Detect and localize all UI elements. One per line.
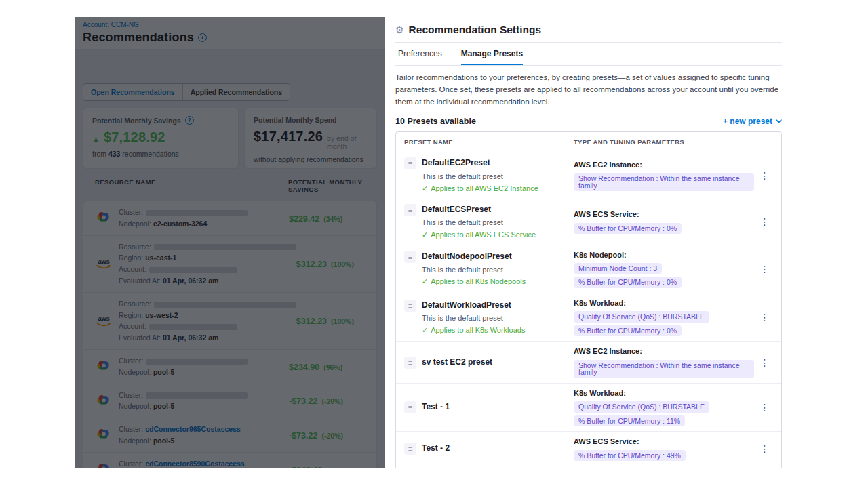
preset-name: Test - 1 [422,401,450,413]
chevron-down-icon [776,119,782,123]
drag-handle-icon[interactable]: ≡ [404,401,416,413]
tuning-parameter-pill: Show Recommendation : Within the same in… [574,173,754,191]
tuning-parameter-line: Show Recommendation : Within the same in… [574,170,754,191]
preset-name: DefaultWorkloadPreset [422,300,525,311]
drag-handle-icon[interactable]: ≡ [404,157,416,169]
tuning-parameter-pill: % Buffer for CPU/Memory : 0% [574,325,682,337]
preset-row: ≡Test - 3AWS ECS Service:% Buffer for CP… [396,466,781,468]
check-icon: ✓ [422,325,428,336]
preset-description: This is the default preset [422,313,525,323]
check-icon: ✓ [422,230,428,240]
more-options-button[interactable]: ⋮ [754,402,776,413]
preset-type: AWS ECS Service: [574,436,754,447]
check-icon: ✓ [422,184,428,194]
tuning-parameter-line: % Buffer for CPU/Memory : 0% [574,274,754,288]
tuning-parameter-pill: Show Recommendation : Within the same in… [574,360,754,378]
drag-handle-icon[interactable]: ≡ [404,443,416,455]
preset-type: AWS EC2 Instance: [574,160,754,170]
preset-name-cell: ≡DefaultNodepoolPresetThis is the defaul… [404,251,574,287]
preset-name-stack: Test - 1 [422,401,450,413]
preset-applies-text: Applies to all AWS ECS Service [431,230,536,240]
preset-type: AWS ECS Service: [574,209,754,220]
presets-count: 10 Presets available [395,117,476,126]
preset-params-cell: K8s Workload:Quality Of Service (QoS) : … [574,388,754,426]
preset-name: DefaultNodepoolPreset [422,251,526,262]
recommendations-page: Account: CCM-NG Recommendations i Open R… [75,17,385,468]
presets-table-header: PRESET NAME TYPE AND TUNING PARAMETERS [396,132,781,152]
preset-name-cell: ≡sv test EC2 preset [404,357,574,369]
tuning-parameter-line: Show Recommendation : Within the same in… [574,357,754,378]
preset-name-cell: ≡DefaultECSPresetThis is the default pre… [404,204,574,240]
preset-params-cell: AWS ECS Service:% Buffer for CPU/Memory … [574,209,754,234]
preset-description: This is the default preset [422,171,538,182]
preset-applies-text: Applies to all K8s Nodepools [431,277,526,287]
column-type-tuning: TYPE AND TUNING PARAMETERS [574,138,754,146]
new-preset-button[interactable]: + new preset [723,117,782,126]
drag-handle-icon[interactable]: ≡ [404,251,416,263]
settings-description: Tailor recommendations to your preferenc… [395,72,782,108]
recommendation-settings-panel: ⚙ Recommendation Settings Preferences Ma… [395,17,782,468]
preset-params-cell: K8s Nodepool:Minimum Node Count : 3% Buf… [574,250,754,288]
settings-title: Recommendation Settings [409,24,542,36]
preset-applies-to: ✓Applies to all K8s Nodepools [422,277,526,287]
preset-name-stack: Test - 2 [422,443,450,454]
drag-handle-icon[interactable]: ≡ [404,357,416,369]
preset-row: ≡DefaultWorkloadPresetThis is the defaul… [396,293,781,341]
preset-name-cell: ≡Test - 2 [404,443,574,455]
tab-preferences[interactable]: Preferences [398,49,442,65]
preset-name-stack: DefaultEC2PresetThis is the default pres… [422,157,538,193]
preset-description: This is the default preset [422,265,526,275]
new-preset-label: + new preset [723,117,772,126]
preset-row: ≡DefaultNodepoolPresetThis is the defaul… [396,245,781,293]
tuning-parameter-line: Quality Of Service (QoS) : BURSTABLE [574,308,754,323]
preset-type: AWS EC2 Instance: [574,346,754,357]
preset-type: K8s Workload: [574,298,754,308]
tuning-parameter-line: % Buffer for CPU/Memory : 0% [574,220,754,235]
more-options-button[interactable]: ⋮ [754,357,776,368]
more-options-button[interactable]: ⋮ [754,312,776,323]
preset-name-cell: ≡DefaultWorkloadPresetThis is the defaul… [404,300,574,336]
preset-row: ≡Test - 1K8s Workload:Quality Of Service… [396,383,781,431]
preset-type: K8s Workload: [574,388,754,399]
preset-params-cell: K8s Workload:Quality Of Service (QoS) : … [574,298,754,336]
more-options-button[interactable]: ⋮ [754,264,776,274]
preset-name-stack: DefaultECSPresetThis is the default pres… [422,204,536,240]
preset-params-cell: AWS EC2 Instance:Show Recommendation : W… [574,160,754,191]
preset-params-cell: AWS EC2 Instance:Show Recommendation : W… [574,346,754,378]
preset-name: Test - 2 [422,443,450,454]
check-icon: ✓ [422,277,428,287]
preset-name: DefaultEC2Preset [422,157,538,169]
more-options-button[interactable]: ⋮ [754,216,776,227]
preset-description: This is the default preset [422,218,536,228]
settings-tabs: Preferences Manage Presets [395,43,782,66]
preset-row: ≡DefaultEC2PresetThis is the default pre… [396,152,781,198]
screenshot-canvas: Account: CCM-NG Recommendations i Open R… [0,0,868,488]
preset-name: DefaultECSPreset [422,204,536,216]
tab-manage-presets[interactable]: Manage Presets [461,49,523,65]
tuning-parameter-pill: % Buffer for CPU/Memory : 0% [574,223,682,235]
drag-handle-icon[interactable]: ≡ [404,204,416,216]
modal-backdrop[interactable] [75,17,385,468]
preset-name-cell: ≡DefaultEC2PresetThis is the default pre… [404,157,574,193]
preset-name-stack: sv test EC2 preset [422,357,492,368]
tuning-parameter-pill: Minimum Node Count : 3 [574,263,662,274]
preset-name-stack: DefaultNodepoolPresetThis is the default… [422,251,526,287]
tuning-parameter-pill: % Buffer for CPU/Memory : 0% [574,277,682,288]
preset-applies-text: Applies to all AWS EC2 Instance [431,184,538,194]
tuning-parameter-line: Quality Of Service (QoS) : BURSTABLE [574,399,754,413]
presets-table-body: ≡DefaultEC2PresetThis is the default pre… [396,152,781,468]
preset-applies-to: ✓Applies to all K8s Workloads [422,325,525,336]
tuning-parameter-line: % Buffer for CPU/Memory : 0% [574,323,754,337]
tuning-parameter-pill: % Buffer for CPU/Memory : 49% [574,450,686,462]
preset-name-cell: ≡Test - 1 [404,401,574,413]
tuning-parameter-pill: Quality Of Service (QoS) : BURSTABLE [574,401,709,413]
preset-type: K8s Nodepool: [574,250,754,260]
presets-table: PRESET NAME TYPE AND TUNING PARAMETERS ≡… [395,131,782,468]
drag-handle-icon[interactable]: ≡ [404,300,416,312]
more-options-button[interactable]: ⋮ [754,170,776,181]
more-options-button[interactable]: ⋮ [754,443,776,454]
tuning-parameter-line: % Buffer for CPU/Memory : 11% [574,413,754,427]
column-preset-name: PRESET NAME [404,138,574,146]
preset-applies-to: ✓Applies to all AWS EC2 Instance [422,184,538,194]
preset-params-cell: AWS ECS Service:% Buffer for CPU/Memory … [574,436,754,461]
